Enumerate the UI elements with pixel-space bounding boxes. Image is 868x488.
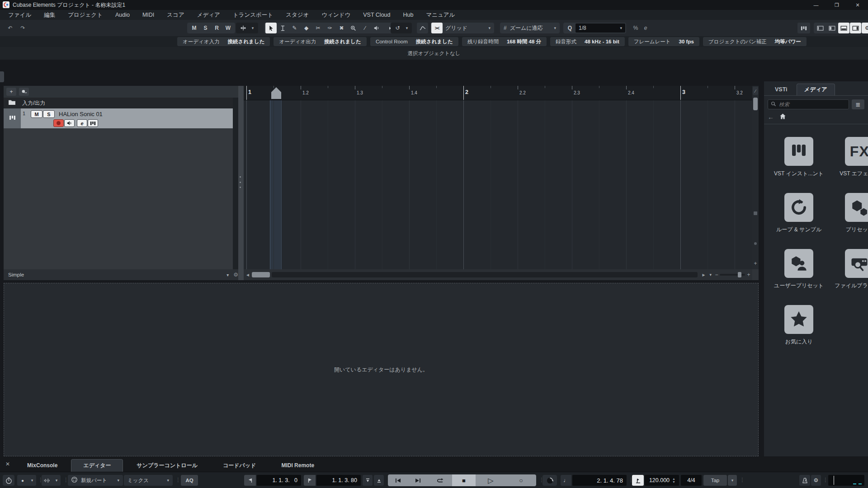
playhead-marker[interactable] <box>271 87 281 99</box>
play-tool[interactable] <box>371 23 382 33</box>
grid-type-dropdown[interactable]: #ズームに適応 ▾ <box>500 23 560 33</box>
ruler-options-button[interactable]: ∕ <box>753 87 758 95</box>
lower-zone-tab[interactable]: MixConsole <box>15 459 69 472</box>
timeline-ruler[interactable]: 11.21.31.422.22.32.433.2 <box>244 86 752 100</box>
media-tile[interactable]: FX VST エフェクト <box>840 137 868 178</box>
minimize-button[interactable]: — <box>806 0 826 10</box>
go-left-locator-button[interactable] <box>244 475 256 486</box>
menu-item[interactable]: ファイル <box>2 10 38 20</box>
track-settings-gear-button[interactable]: ⚙ <box>233 272 238 278</box>
range-selection-tool[interactable] <box>277 23 288 33</box>
stop-button[interactable]: ■ <box>452 474 476 486</box>
home-button[interactable] <box>779 113 786 121</box>
search-box[interactable] <box>768 99 849 109</box>
lower-zone-tab[interactable]: サンプラーコントロール <box>125 459 209 472</box>
scroll-right-button[interactable]: ▸ <box>699 269 708 280</box>
menu-item[interactable]: MIDI <box>136 10 160 20</box>
search-input[interactable] <box>779 102 838 107</box>
insert-mode-dropdown[interactable]: 新規パート ▾ <box>68 475 123 486</box>
back-button[interactable]: ← <box>768 113 774 121</box>
menu-item[interactable]: Audio <box>109 10 136 20</box>
close-lower-zone-button[interactable]: ✕ <box>0 461 15 467</box>
audio-align-dropdown[interactable]: ▾ <box>52 475 61 486</box>
left-zone-toggle[interactable] <box>815 23 826 33</box>
redo-button[interactable]: ↷ <box>17 23 28 33</box>
transport-options-button[interactable] <box>3 475 14 486</box>
automation-button[interactable]: W <box>222 23 234 33</box>
status-chip[interactable]: 残り録音時間 168 時間 48 分 <box>462 37 547 46</box>
lower-zone-tab[interactable]: MIDI Remote <box>269 459 326 472</box>
record-mode-dropdown[interactable]: ▾ <box>28 475 36 486</box>
metronome-click-button[interactable] <box>799 475 810 486</box>
io-folder-track[interactable]: 入力/出力 <box>4 98 238 108</box>
go-right-locator-button[interactable] <box>304 475 316 486</box>
zoom-slider[interactable] <box>720 274 745 276</box>
glue-tool[interactable]: ✑ <box>324 23 335 33</box>
menu-item[interactable]: メディア <box>191 10 226 20</box>
automation-button[interactable]: M <box>189 23 200 33</box>
zoom-in-button[interactable]: + <box>745 269 752 280</box>
selection-dropdown-button[interactable]: ▾ <box>249 23 257 33</box>
open-quantize-panel-button[interactable]: e <box>641 23 650 33</box>
media-tile[interactable]: プリセット <box>845 193 868 234</box>
status-chip[interactable]: プロジェクトのパン補正 均等パワー <box>703 37 807 46</box>
lower-zone-tab[interactable]: エディター <box>71 459 123 472</box>
h-scroll-thumb[interactable] <box>252 272 270 277</box>
track-mute-button[interactable]: M <box>31 110 42 118</box>
cycle-button[interactable] <box>428 474 452 486</box>
automation-follows-events-button[interactable] <box>417 23 428 33</box>
menu-item[interactable]: マニュアル <box>420 10 461 20</box>
menu-item[interactable]: トランスポート <box>226 10 279 20</box>
menu-item[interactable]: Hub <box>397 10 420 20</box>
track-list-empty-area[interactable] <box>4 128 238 269</box>
panel-divider[interactable] <box>238 86 244 280</box>
menu-item[interactable]: プロジェクト <box>61 10 109 20</box>
left-zone-alt-toggle[interactable] <box>826 23 838 33</box>
status-chip[interactable]: フレームレート 30 fps <box>628 37 699 46</box>
open-instrument-button[interactable] <box>88 119 98 127</box>
combined-selection-tool-button[interactable] <box>237 23 249 33</box>
iterative-quantize-button[interactable]: % <box>631 23 640 33</box>
h-scroll-track[interactable] <box>272 272 698 277</box>
preset-dropdown-button[interactable]: ▾ <box>226 272 229 277</box>
punch-out-button[interactable] <box>374 475 384 486</box>
edit-instrument-button[interactable]: e <box>77 119 87 127</box>
lower-zone-tab[interactable]: コードパッド <box>211 459 268 472</box>
window-divider-handle[interactable] <box>0 71 4 82</box>
undo-button[interactable]: ↶ <box>5 23 16 33</box>
time-format-button[interactable]: ♩ <box>561 475 571 486</box>
performance-meter[interactable] <box>828 475 864 486</box>
click-settings-gear-button[interactable]: ⚙ <box>811 475 821 486</box>
grid-area[interactable] <box>244 100 752 269</box>
line-tool[interactable]: ∕ <box>359 23 371 33</box>
play-button[interactable]: ▷ <box>476 474 506 486</box>
media-tile[interactable]: VST インスト...ント <box>774 137 824 178</box>
autoscroll-button[interactable]: ↺ <box>392 23 403 33</box>
menu-item[interactable]: ウィンドウ <box>315 10 357 20</box>
mute-tool[interactable]: ✖ <box>336 23 347 33</box>
setup-window-layout-button[interactable]: ⚙ <box>862 23 868 33</box>
racks-toggle-button[interactable] <box>797 23 810 33</box>
status-chip[interactable]: 録音形式 48 kHz - 16 bit <box>550 37 625 46</box>
snap-toggle-button[interactable]: >< <box>431 23 443 33</box>
record-button[interactable]: ○ <box>506 474 536 486</box>
tempo-display[interactable]: 120.000▲▼ <box>645 475 679 486</box>
use-track-preset-button[interactable] <box>19 88 29 96</box>
v-scroll-thumb[interactable] <box>753 98 758 110</box>
list-view-button[interactable]: ≣ <box>852 99 864 109</box>
media-tile[interactable]: ループ & サンプル <box>776 193 821 234</box>
media-tile[interactable]: お気に入り <box>784 305 813 346</box>
snap-type-dropdown[interactable]: グリッド ▾ <box>443 24 493 32</box>
goto-previous-marker-button[interactable] <box>388 474 408 486</box>
event-display[interactable]: 11.21.31.422.22.32.433.2 <box>244 86 752 280</box>
zoom-slider-thumb[interactable] <box>738 272 741 277</box>
auto-quantize-button[interactable]: AQ <box>181 475 198 486</box>
draw-tool[interactable]: ✎ <box>289 23 300 33</box>
tempo-spinner[interactable]: ▲▼ <box>672 477 675 483</box>
monitor-button[interactable] <box>64 119 75 127</box>
quantize-preset-dropdown[interactable]: 1/8 ▾ <box>576 23 625 33</box>
right-locator-value[interactable]: 1. 1. 3. 80 <box>316 475 361 486</box>
right-zone-tab[interactable]: メディア <box>797 84 835 95</box>
object-selection-tool[interactable] <box>265 23 277 33</box>
goto-next-marker-button[interactable] <box>408 474 428 486</box>
